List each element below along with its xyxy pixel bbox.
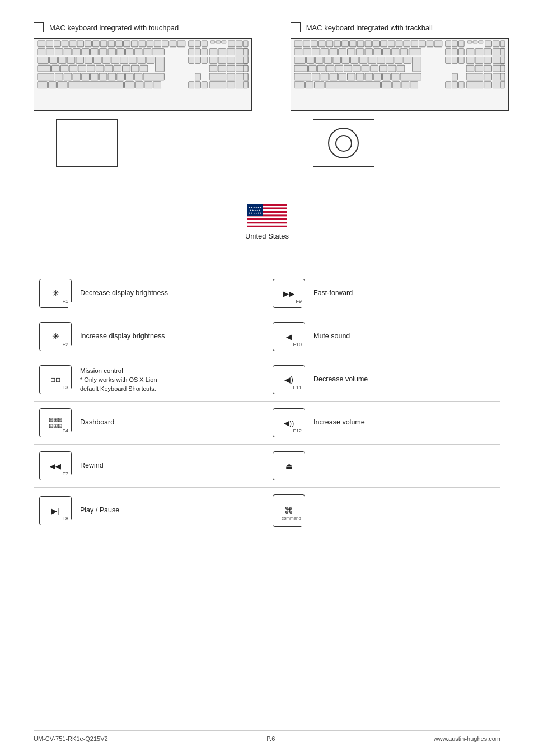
svg-rect-82: [140, 65, 148, 72]
svg-rect-196: [353, 65, 360, 72]
svg-rect-249: [247, 224, 287, 226]
svg-rect-182: [412, 57, 421, 72]
svg-rect-173: [333, 57, 341, 63]
svg-rect-180: [395, 57, 402, 63]
fkey-col-f3: ⊟⊟ F3 Mission control * Only works with …: [34, 365, 267, 394]
svg-rect-10: [116, 41, 123, 47]
svg-rect-31: [64, 49, 72, 55]
svg-rect-219: [452, 73, 457, 80]
svg-rect-145: [493, 41, 499, 47]
svg-rect-135: [419, 41, 425, 47]
svg-rect-12: [131, 41, 138, 47]
svg-rect-150: [321, 49, 329, 55]
svg-rect-248: [247, 222, 287, 223]
svg-rect-64: [189, 57, 194, 63]
svg-rect-70: [243, 57, 248, 63]
svg-rect-213: [356, 73, 364, 80]
svg-rect-194: [335, 65, 343, 72]
f11-key-icon: ◀) F11: [273, 365, 305, 394]
svg-rect-83: [209, 65, 217, 72]
svg-rect-122: [318, 41, 325, 47]
svg-rect-44: [202, 49, 207, 55]
svg-rect-27: [243, 41, 248, 47]
command-key-icon: ⌘ command: [273, 494, 305, 527]
svg-rect-13: [139, 41, 146, 47]
svg-rect-227: [325, 82, 380, 88]
fkey-col-f9: ▶▶ F9 Fast-forward: [267, 279, 500, 308]
svg-rect-201: [397, 65, 405, 72]
svg-rect-158: [391, 49, 399, 55]
f4-key-icon: ⊞⊞⊞ ⊞⊞⊞ F4: [39, 408, 72, 437]
svg-rect-224: [294, 82, 305, 88]
keyboard-trackball-label-row: MAC keyboard integrated with trackball: [291, 22, 433, 32]
f2-description: Increase display brightness: [80, 332, 165, 342]
svg-rect-52: [58, 57, 66, 63]
keyboard-touchpad-item: MAC keyboard integrated with touchpad: [34, 22, 243, 167]
svg-rect-131: [388, 41, 395, 47]
svg-rect-152: [338, 49, 346, 55]
svg-rect-206: [500, 65, 505, 72]
svg-rect-157: [382, 49, 390, 55]
svg-rect-98: [134, 73, 142, 80]
svg-rect-62: [147, 57, 154, 63]
f4-description: Dashboard: [80, 418, 114, 428]
svg-rect-23: [216, 41, 221, 43]
svg-rect-172: [324, 57, 332, 63]
keyboard-touchpad-label-row: MAC keyboard integrated with touchpad: [34, 22, 179, 32]
fkey-col-f11: ◀) F11 Decrease volume: [267, 365, 500, 394]
f11-description: Decrease volume: [313, 375, 368, 385]
f10-symbol: ◀: [286, 333, 292, 340]
f2-label: F2: [62, 342, 68, 347]
svg-rect-198: [371, 65, 378, 72]
svg-rect-129: [372, 41, 379, 47]
f7-key-icon: ◀◀ F7: [39, 451, 72, 480]
svg-rect-111: [144, 82, 152, 88]
svg-rect-37: [117, 49, 125, 55]
svg-rect-134: [411, 41, 418, 47]
keyboard-touchpad-diagram: [34, 38, 252, 111]
svg-rect-59: [120, 57, 128, 63]
svg-rect-108: [68, 82, 123, 88]
svg-rect-159: [400, 49, 408, 55]
trackball-inner-circle: [335, 135, 352, 152]
mid-divider: [34, 260, 500, 260]
svg-rect-154: [356, 49, 364, 55]
fkey-row-2: ✳ F2 Increase display brightness ◀ F10 M…: [34, 315, 500, 358]
svg-rect-185: [458, 57, 464, 63]
svg-rect-40: [143, 49, 151, 55]
svg-rect-97: [125, 73, 133, 80]
footer-model: UM-CV-751-RK1e-Q215V2: [34, 735, 108, 742]
svg-rect-3: [62, 41, 68, 47]
svg-rect-94: [99, 73, 107, 80]
svg-rect-200: [388, 65, 396, 72]
svg-rect-140: [458, 41, 464, 47]
fkey-col-f10: ◀ F10 Mute sound: [267, 322, 500, 351]
svg-rect-42: [189, 49, 194, 55]
svg-rect-183: [445, 57, 451, 63]
svg-rect-50: [38, 57, 49, 63]
svg-rect-93: [90, 73, 98, 80]
svg-rect-96: [117, 73, 125, 80]
svg-rect-151: [330, 49, 338, 55]
svg-rect-7: [92, 41, 99, 47]
fkey-col-f12: ◀)) F12 Increase volume: [267, 408, 500, 437]
country-label: United States: [245, 232, 289, 240]
page: MAC keyboard integrated with touchpad: [0, 0, 534, 756]
svg-rect-144: [485, 41, 491, 47]
trackball-indicator-square: [291, 22, 301, 32]
svg-rect-112: [153, 82, 161, 88]
svg-rect-193: [326, 65, 334, 72]
svg-rect-90: [64, 73, 72, 80]
svg-rect-80: [123, 65, 130, 72]
footer-website: www.austin-hughes.com: [434, 735, 500, 742]
svg-rect-212: [347, 73, 355, 80]
svg-rect-156: [373, 49, 381, 55]
svg-rect-179: [386, 57, 394, 63]
svg-rect-88: [38, 73, 54, 80]
svg-rect-197: [362, 65, 369, 72]
fkey-col-f1: ✳ F1 Decrease display brightness: [34, 279, 267, 308]
svg-rect-34: [90, 49, 98, 55]
svg-rect-211: [338, 73, 346, 80]
touchpad-indicator-square: [34, 22, 44, 32]
f8-description: Play / Pause: [80, 506, 119, 516]
